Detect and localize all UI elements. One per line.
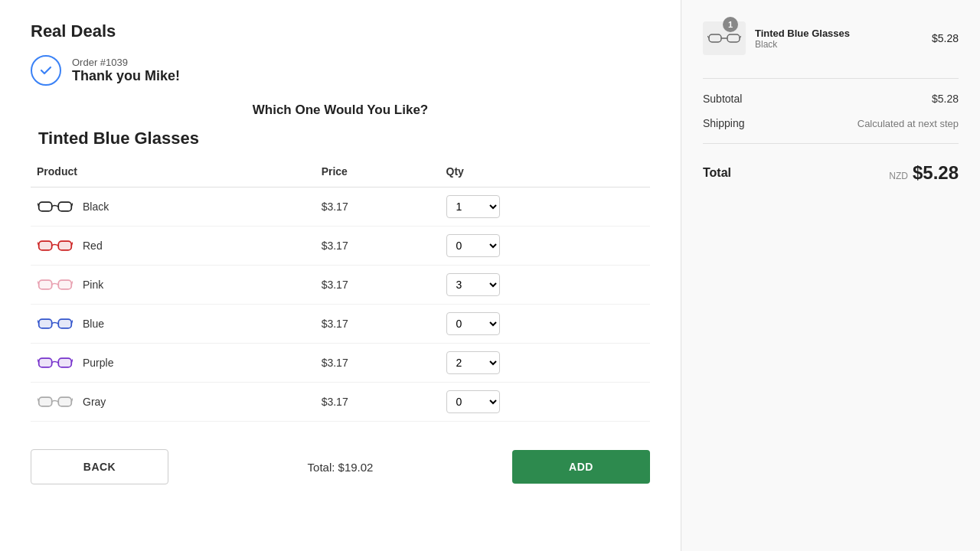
subtotal-row: Subtotal $5.28 bbox=[703, 86, 959, 111]
check-circle-icon bbox=[31, 55, 61, 86]
thank-you-message: Thank you Mike! bbox=[72, 68, 180, 84]
shipping-row: Shipping Calculated at next step bbox=[703, 111, 959, 135]
svg-rect-24 bbox=[709, 34, 721, 42]
qty-cell-black: 012345678910 bbox=[440, 187, 650, 227]
qty-cell-red: 012345678910 bbox=[440, 227, 650, 266]
svg-rect-4 bbox=[39, 241, 52, 250]
svg-rect-16 bbox=[39, 358, 52, 367]
right-panel: 1 Tinted Blue Glasses Black $5.28 Subtot… bbox=[681, 0, 980, 551]
col-header-price: Price bbox=[315, 161, 440, 187]
total-price: $5.28 bbox=[913, 162, 959, 184]
subtotal-label: Subtotal bbox=[703, 93, 742, 105]
qty-select-purple[interactable]: 012345678910 bbox=[446, 351, 500, 374]
svg-rect-17 bbox=[58, 358, 71, 367]
qty-cell-purple: 012345678910 bbox=[440, 344, 650, 383]
table-row: Black$3.17012345678910 bbox=[31, 187, 650, 227]
table-row: Blue$3.17012345678910 bbox=[31, 305, 650, 344]
variant-name-blue: Blue bbox=[83, 318, 104, 330]
variant-name-pink: Pink bbox=[83, 279, 103, 291]
svg-rect-20 bbox=[39, 397, 52, 406]
cart-item-variant: Black bbox=[755, 39, 923, 50]
subtotal-value: $5.28 bbox=[932, 93, 959, 105]
col-header-qty: Qty bbox=[440, 161, 650, 187]
col-header-product: Product bbox=[31, 161, 315, 187]
product-cell-red: Red bbox=[31, 227, 315, 266]
svg-rect-1 bbox=[58, 202, 71, 211]
cart-item-name: Tinted Blue Glasses bbox=[755, 28, 923, 39]
divider-1 bbox=[703, 78, 959, 79]
glasses-icon-purple bbox=[37, 352, 74, 373]
table-row: Purple$3.17012345678910 bbox=[31, 344, 650, 383]
price-cell-red: $3.17 bbox=[315, 227, 440, 266]
total-price-group: NZD $5.28 bbox=[889, 162, 959, 184]
qty-select-blue[interactable]: 012345678910 bbox=[446, 312, 500, 335]
variant-name-purple: Purple bbox=[83, 357, 113, 369]
product-title: Tinted Blue Glasses bbox=[31, 129, 650, 148]
svg-rect-0 bbox=[39, 202, 52, 211]
currency-label: NZD bbox=[889, 171, 908, 181]
cart-badge: 1 bbox=[723, 17, 738, 32]
cart-item-price: $5.28 bbox=[932, 32, 959, 44]
add-button[interactable]: ADD bbox=[512, 450, 650, 484]
price-cell-black: $3.17 bbox=[315, 187, 440, 227]
price-cell-purple: $3.17 bbox=[315, 344, 440, 383]
qty-select-red[interactable]: 012345678910 bbox=[446, 234, 500, 257]
order-text: Order #1039 Thank you Mike! bbox=[72, 57, 180, 84]
product-cell-black: Black bbox=[31, 187, 315, 227]
qty-select-gray[interactable]: 012345678910 bbox=[446, 390, 500, 413]
product-table: Product Price Qty Black$3.17012345678910… bbox=[31, 161, 650, 422]
back-button[interactable]: BACK bbox=[31, 449, 168, 484]
variant-name-black: Black bbox=[83, 201, 109, 213]
footer-bar: BACK Total: $19.02 ADD bbox=[31, 437, 650, 484]
footer-total: Total: $19.02 bbox=[184, 461, 497, 474]
svg-rect-13 bbox=[58, 319, 71, 328]
qty-select-pink[interactable]: 012345678910 bbox=[446, 273, 500, 296]
product-cell-pink: Pink bbox=[31, 266, 315, 305]
qty-cell-pink: 012345678910 bbox=[440, 266, 650, 305]
variant-name-gray: Gray bbox=[83, 396, 106, 408]
glasses-icon-pink bbox=[37, 274, 74, 295]
table-row: Pink$3.17012345678910 bbox=[31, 266, 650, 305]
svg-rect-5 bbox=[58, 241, 71, 250]
order-number: Order #1039 bbox=[72, 57, 180, 68]
product-cell-blue: Blue bbox=[31, 305, 315, 344]
svg-rect-25 bbox=[727, 34, 740, 42]
qty-select-black[interactable]: 012345678910 bbox=[446, 195, 500, 218]
price-cell-blue: $3.17 bbox=[315, 305, 440, 344]
total-label: Total bbox=[703, 166, 731, 180]
svg-rect-8 bbox=[39, 280, 52, 289]
svg-rect-21 bbox=[58, 397, 71, 406]
product-cell-purple: Purple bbox=[31, 344, 315, 383]
qty-cell-blue: 012345678910 bbox=[440, 305, 650, 344]
shipping-value: Calculated at next step bbox=[858, 118, 959, 129]
prompt-heading: Which One Would You Like? bbox=[31, 103, 650, 118]
divider-2 bbox=[703, 143, 959, 144]
order-info: Order #1039 Thank you Mike! bbox=[31, 55, 650, 86]
glasses-icon-blue bbox=[37, 313, 74, 334]
variant-name-red: Red bbox=[83, 240, 103, 252]
cart-item-info: Tinted Blue Glasses Black bbox=[755, 28, 923, 50]
table-row: Red$3.17012345678910 bbox=[31, 227, 650, 266]
svg-rect-12 bbox=[39, 319, 52, 328]
qty-cell-gray: 012345678910 bbox=[440, 383, 650, 422]
total-row: Total NZD $5.28 bbox=[703, 152, 959, 187]
left-panel: Real Deals Order #1039 Thank you Mike! W… bbox=[0, 0, 681, 551]
glasses-icon-black bbox=[37, 196, 74, 217]
glasses-icon-gray bbox=[37, 391, 74, 412]
store-title: Real Deals bbox=[31, 21, 650, 41]
shipping-label: Shipping bbox=[703, 117, 745, 129]
cart-item: 1 Tinted Blue Glasses Black $5.28 bbox=[703, 21, 959, 55]
svg-rect-9 bbox=[58, 280, 71, 289]
product-cell-gray: Gray bbox=[31, 383, 315, 422]
table-row: Gray$3.17012345678910 bbox=[31, 383, 650, 422]
glasses-icon-red bbox=[37, 235, 74, 256]
price-cell-pink: $3.17 bbox=[315, 266, 440, 305]
price-cell-gray: $3.17 bbox=[315, 383, 440, 422]
